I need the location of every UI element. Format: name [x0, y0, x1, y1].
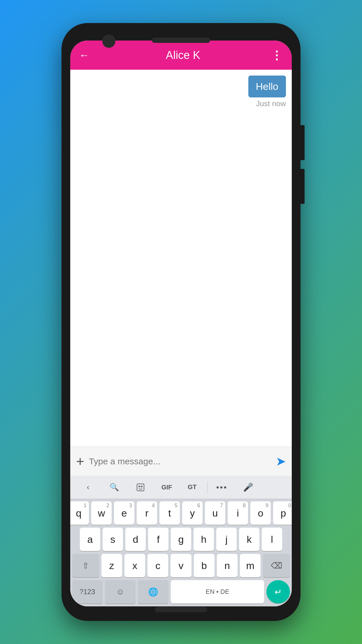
kb-back-button[interactable]: ‹ — [75, 479, 101, 496]
phone-screen: ← Alice K ⋮ Hello Just now + ➤ ‹ 🔍 — [70, 41, 292, 606]
key-i[interactable]: 8i — [228, 501, 248, 525]
key-v[interactable]: v — [171, 554, 191, 577]
key-x[interactable]: x — [124, 554, 145, 577]
key-f[interactable]: f — [148, 528, 168, 551]
key-n[interactable]: n — [217, 554, 238, 577]
phone-home-button[interactable] — [155, 607, 207, 612]
chat-area: Hello Just now — [70, 70, 292, 447]
key-j[interactable]: j — [216, 528, 237, 551]
key-b[interactable]: b — [194, 554, 215, 577]
key-l[interactable]: l — [262, 528, 282, 551]
keyboard-toolbar: ‹ 🔍 GIF GT ••• — [70, 476, 292, 499]
key-enter[interactable]: ↵ — [266, 580, 290, 603]
side-button-vol2 — [301, 169, 305, 204]
key-emoji[interactable]: ☺ — [105, 580, 136, 603]
message-bubble: Hello — [248, 76, 286, 97]
key-a[interactable]: a — [80, 528, 100, 551]
key-d[interactable]: d — [125, 528, 146, 551]
key-k[interactable]: k — [239, 528, 259, 551]
kb-mic-button[interactable]: 🎤 — [235, 479, 261, 496]
key-123[interactable]: ?123 — [72, 580, 103, 603]
svg-point-1 — [139, 486, 140, 487]
key-globe[interactable]: 🌐 — [138, 580, 168, 603]
phone-speaker — [152, 38, 210, 43]
back-button[interactable]: ← — [79, 50, 89, 60]
key-c[interactable]: c — [147, 554, 168, 577]
key-space[interactable]: EN • DE — [171, 580, 264, 603]
key-g[interactable]: g — [171, 528, 191, 551]
kb-translate-button[interactable]: GT — [180, 479, 206, 496]
key-h[interactable]: h — [194, 528, 214, 551]
key-shift[interactable]: ⇧ — [72, 554, 99, 577]
key-s[interactable]: s — [103, 528, 123, 551]
key-w[interactable]: 2w — [91, 501, 112, 525]
svg-text:GT: GT — [188, 483, 197, 491]
key-m[interactable]: m — [240, 554, 261, 577]
key-t[interactable]: 5t — [159, 501, 180, 525]
key-y[interactable]: 6y — [182, 501, 203, 525]
kb-bottom-row: ?123 ☺ 🌐 EN • DE ↵ — [70, 580, 292, 606]
message-container: Hello Just now — [76, 76, 286, 108]
language-label: EN • DE — [206, 588, 229, 596]
phone-outer: ← Alice K ⋮ Hello Just now + ➤ ‹ 🔍 — [61, 23, 301, 621]
key-z[interactable]: z — [101, 554, 122, 577]
key-backspace[interactable]: ⌫ — [263, 554, 290, 577]
key-p[interactable]: 0p — [273, 501, 292, 525]
kb-row-3: ⇧ z x c v b n m ⌫ — [72, 554, 290, 577]
menu-button[interactable]: ⋮ — [271, 48, 283, 62]
message-input[interactable] — [89, 456, 271, 466]
phone-camera — [102, 35, 115, 48]
keyboard: ‹ 🔍 GIF GT ••• — [70, 476, 292, 606]
send-button[interactable]: ➤ — [276, 454, 286, 468]
kb-row-1: 1q 2w 3e 4r 5t 6y 7u 8i 9o 0p — [72, 501, 290, 525]
svg-rect-0 — [137, 484, 144, 491]
kb-row-2: a s d f g h j k l — [72, 528, 290, 551]
input-area: + ➤ — [70, 447, 292, 476]
kb-gif-button[interactable]: GIF — [154, 479, 180, 496]
contact-name: Alice K — [95, 49, 271, 62]
side-button-vol — [301, 125, 305, 160]
kb-search-button[interactable]: 🔍 — [101, 479, 127, 496]
kb-divider — [207, 482, 208, 493]
message-time: Just now — [256, 99, 286, 108]
key-e[interactable]: 3e — [114, 501, 134, 525]
key-q[interactable]: 1q — [70, 501, 89, 525]
svg-point-2 — [141, 486, 142, 487]
attach-button[interactable]: + — [76, 454, 84, 468]
key-r[interactable]: 4r — [137, 501, 157, 525]
key-o[interactable]: 9o — [250, 501, 271, 525]
kb-sticker-button[interactable] — [127, 479, 154, 496]
kb-more-button[interactable]: ••• — [209, 479, 235, 496]
keyboard-rows: 1q 2w 3e 4r 5t 6y 7u 8i 9o 0p a s d f — [70, 499, 292, 577]
key-u[interactable]: 7u — [205, 501, 225, 525]
